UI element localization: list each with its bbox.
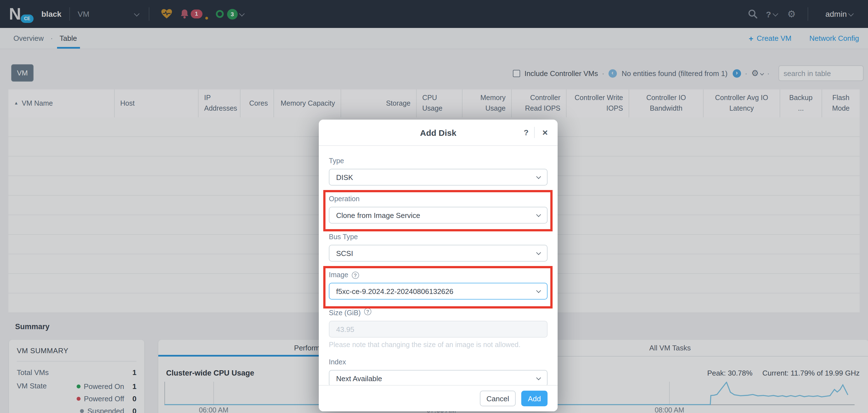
operation-label: Operation bbox=[329, 195, 548, 203]
operation-field-group: Operation Clone from Image Service bbox=[329, 195, 548, 223]
index-select[interactable]: Next Available bbox=[329, 370, 548, 387]
chevron-down-icon bbox=[536, 212, 541, 217]
chevron-down-icon bbox=[536, 375, 541, 380]
bus-type-select[interactable]: SCSI bbox=[329, 245, 548, 262]
chevron-down-icon bbox=[536, 174, 541, 179]
bus-type-label: Bus Type bbox=[329, 233, 548, 241]
help-circle-icon[interactable]: ? bbox=[364, 308, 371, 315]
operation-select[interactable]: Clone from Image Service bbox=[329, 207, 548, 223]
modal-footer: Cancel Add bbox=[319, 385, 558, 411]
image-select[interactable]: f5xc-ce-9.2024.22-20240806132626 bbox=[329, 283, 548, 300]
modal-help-icon[interactable]: ? bbox=[524, 128, 529, 137]
image-field-group: Image ? f5xc-ce-9.2024.22-20240806132626 bbox=[329, 271, 548, 300]
modal-header: Add Disk ? ✕ bbox=[319, 119, 558, 146]
chevron-down-icon bbox=[536, 288, 541, 293]
close-icon[interactable]: ✕ bbox=[542, 128, 548, 137]
type-label: Type bbox=[329, 157, 548, 165]
modal-title: Add Disk bbox=[319, 128, 558, 137]
cancel-button[interactable]: Cancel bbox=[480, 391, 516, 406]
divider bbox=[534, 127, 535, 138]
size-input-disabled: 43.95 bbox=[329, 321, 548, 338]
size-label: Size (GiB) ? bbox=[329, 309, 548, 317]
size-note: Please note that changing the size of an… bbox=[329, 341, 548, 349]
add-disk-modal: Add Disk ? ✕ Type DISK Operation Clone f… bbox=[319, 119, 558, 411]
index-label: Index bbox=[329, 358, 548, 366]
add-button[interactable]: Add bbox=[521, 391, 548, 406]
chevron-down-icon bbox=[536, 250, 541, 255]
image-label: Image ? bbox=[329, 271, 548, 279]
help-circle-icon[interactable]: ? bbox=[352, 271, 359, 279]
app-root: N CE black VM 1 bbox=[0, 0, 868, 413]
modal-body: Type DISK Operation Clone from Image Ser… bbox=[319, 157, 558, 387]
type-select[interactable]: DISK bbox=[329, 169, 548, 185]
